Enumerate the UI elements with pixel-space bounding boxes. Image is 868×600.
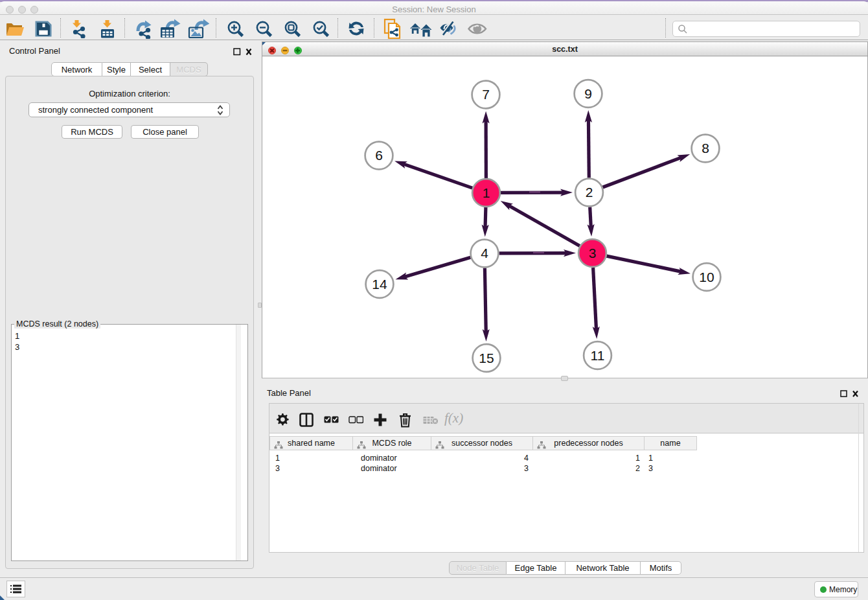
svg-text:6: 6 [375, 148, 383, 163]
svg-text:15: 15 [479, 351, 494, 365]
svg-text:3: 3 [589, 246, 597, 260]
svg-text:2: 2 [586, 185, 593, 200]
svg-text:8: 8 [702, 141, 709, 156]
svg-text:10: 10 [699, 270, 714, 284]
svg-text:9: 9 [584, 86, 592, 101]
svg-text:11: 11 [591, 348, 605, 363]
svg-text:14: 14 [372, 277, 387, 292]
svg-text:1: 1 [483, 185, 490, 200]
svg-text:4: 4 [481, 246, 488, 260]
svg-text:7: 7 [482, 87, 490, 102]
